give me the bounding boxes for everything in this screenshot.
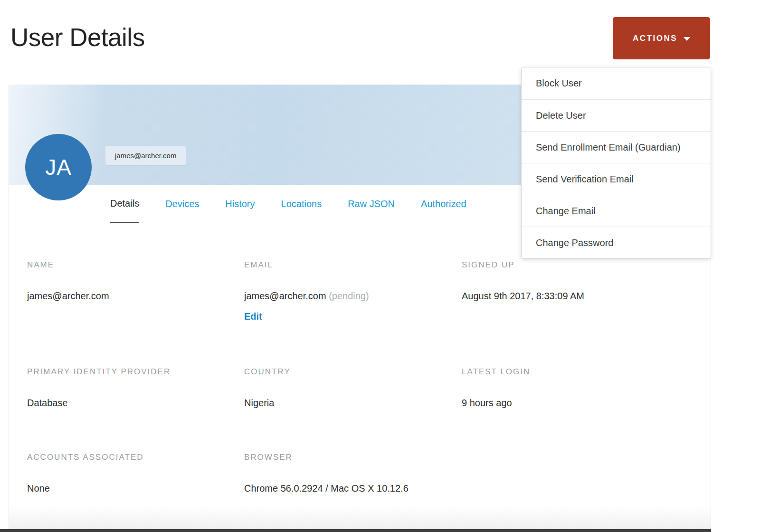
email-chip: james@archer.com [105,146,186,165]
field-primary-idp: PRIMARY IDENTITY PROVIDER Database [27,367,171,409]
field-primary-idp-label: PRIMARY IDENTITY PROVIDER [27,367,171,377]
field-email-value: james@archer.com [244,291,326,301]
field-country-value: Nigeria [244,397,291,409]
menu-item-block-user[interactable]: Block User [522,67,711,99]
avatar-initials: JA [45,154,72,180]
field-email-label: EMAIL [244,260,369,270]
tab-raw-json[interactable]: Raw JSON [348,185,395,223]
field-accounts-associated-label: ACCOUNTS ASSOCIATED [27,453,144,462]
menu-item-send-verification-email[interactable]: Send Verification Email [522,163,711,195]
field-primary-idp-value: Database [27,397,171,409]
window-bottom-edge [0,529,711,532]
field-accounts-associated-value: None [27,482,144,494]
card-bottom-fade [9,506,711,529]
field-signed-up-value: August 9th 2017, 8:33:09 AM [462,290,584,302]
menu-item-change-email[interactable]: Change Email [522,195,711,227]
field-latest-login-value: 9 hours ago [462,397,530,409]
caret-down-icon [684,37,690,41]
field-signed-up: SIGNED UP August 9th 2017, 8:33:09 AM [462,260,584,302]
tab-details[interactable]: Details [110,185,139,223]
tab-authorized[interactable]: Authorized [421,185,466,223]
tab-locations[interactable]: Locations [281,185,322,223]
tab-devices[interactable]: Devices [165,185,199,223]
field-name-label: NAME [27,260,109,270]
menu-item-change-password[interactable]: Change Password [522,227,711,258]
field-name-value: james@archer.com [27,290,109,302]
avatar: JA [25,134,92,200]
field-name: NAME james@archer.com [27,260,109,302]
menu-item-delete-user[interactable]: Delete User [522,99,711,131]
actions-button[interactable]: ACTIONS [613,17,710,59]
field-browser-label: BROWSER [244,453,408,462]
email-pending-status: (pending) [329,291,369,301]
actions-button-label: ACTIONS [633,34,677,43]
field-signed-up-label: SIGNED UP [462,260,584,270]
edit-email-link[interactable]: Edit [244,311,262,322]
field-accounts-associated: ACCOUNTS ASSOCIATED None [27,453,144,494]
page-title: User Details [10,23,145,52]
field-country: COUNTRY Nigeria [244,367,291,409]
actions-menu: Block User Delete User Send Enrollment E… [521,67,711,259]
user-details-screen: User Details ACTIONS JA james@archer.com… [0,0,760,532]
menu-item-send-enrollment-email[interactable]: Send Enrollment Email (Guardian) [522,131,711,163]
field-latest-login-label: LATEST LOGIN [462,367,530,377]
field-browser: BROWSER Chrome 56.0.2924 / Mac OS X 10.1… [244,453,408,494]
field-browser-value: Chrome 56.0.2924 / Mac OS X 10.12.6 [244,482,408,494]
field-latest-login: LATEST LOGIN 9 hours ago [462,367,530,409]
field-country-label: COUNTRY [244,367,291,377]
field-email: EMAIL james@archer.com (pending) Edit [244,260,369,322]
tab-history[interactable]: History [225,185,255,223]
